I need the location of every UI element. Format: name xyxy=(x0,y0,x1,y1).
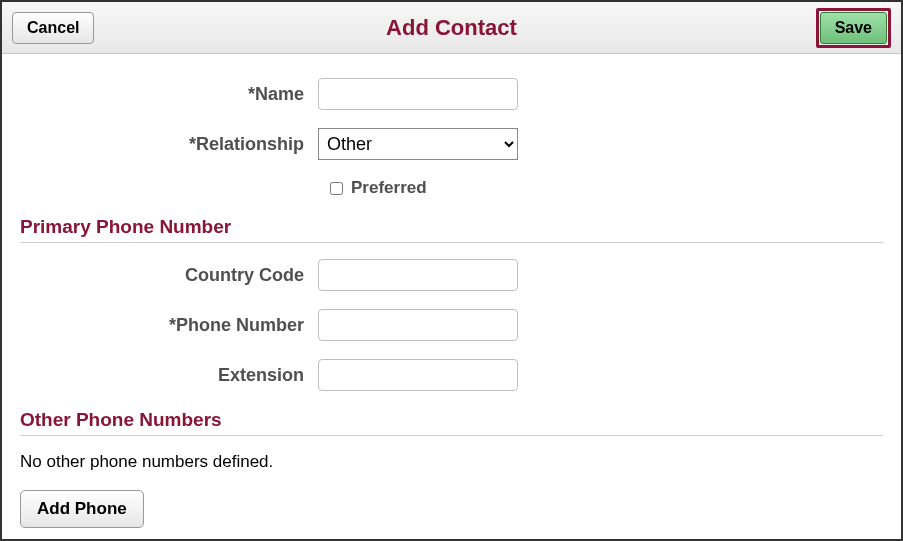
other-phone-section-title: Other Phone Numbers xyxy=(20,409,883,436)
phone-number-input[interactable] xyxy=(318,309,518,341)
extension-input[interactable] xyxy=(318,359,518,391)
no-other-phones-msg: No other phone numbers defined. xyxy=(20,452,883,472)
add-phone-button[interactable]: Add Phone xyxy=(20,490,144,528)
save-button[interactable]: Save xyxy=(820,12,887,44)
preferred-checkbox[interactable] xyxy=(330,182,343,195)
cancel-button[interactable]: Cancel xyxy=(12,12,94,44)
phone-number-row: *Phone Number xyxy=(20,309,883,341)
name-input[interactable] xyxy=(318,78,518,110)
extension-row: Extension xyxy=(20,359,883,391)
name-label: *Name xyxy=(20,84,318,105)
country-code-input[interactable] xyxy=(318,259,518,291)
preferred-label: Preferred xyxy=(351,178,427,198)
dialog-title: Add Contact xyxy=(2,15,901,41)
relationship-select[interactable]: Other xyxy=(318,128,518,160)
phone-number-label: *Phone Number xyxy=(20,315,318,336)
dialog-header: Cancel Add Contact Save xyxy=(2,2,901,54)
country-code-label: Country Code xyxy=(20,265,318,286)
save-highlight: Save xyxy=(816,8,891,48)
country-code-row: Country Code xyxy=(20,259,883,291)
name-row: *Name xyxy=(20,78,883,110)
relationship-label: *Relationship xyxy=(20,134,318,155)
relationship-row: *Relationship Other xyxy=(20,128,883,160)
dialog-content: *Name *Relationship Other Preferred Prim… xyxy=(2,54,901,541)
primary-phone-section-title: Primary Phone Number xyxy=(20,216,883,243)
preferred-row: Preferred xyxy=(330,178,883,198)
extension-label: Extension xyxy=(20,365,318,386)
